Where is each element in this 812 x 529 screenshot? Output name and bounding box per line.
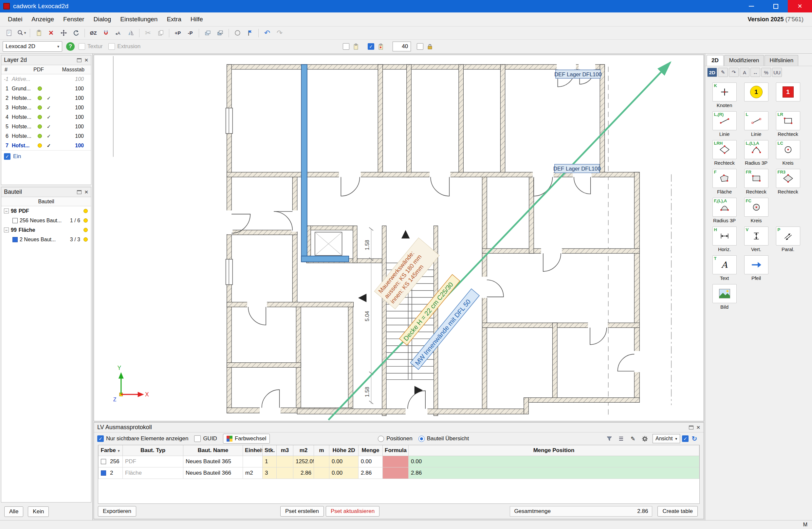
menu-anzeige[interactable]: Anzeige — [27, 14, 59, 25]
tool-rechteck-lr[interactable]: LR — [776, 111, 800, 130]
float-panel-icon[interactable] — [689, 426, 694, 429]
col-stk[interactable]: Stk. — [263, 445, 277, 456]
tool-pfeil[interactable] — [744, 255, 768, 274]
clipboard-button[interactable] — [33, 28, 45, 38]
align-text-button[interactable]: A — [112, 28, 124, 38]
layer-visibility-bulb-icon[interactable] — [38, 115, 42, 119]
redo-button[interactable]: ↷ — [274, 28, 286, 38]
tool-parallel-dim[interactable]: P — [776, 226, 800, 246]
layer-visibility-bulb-icon[interactable] — [38, 105, 42, 110]
option-checkbox-2[interactable]: ✓ — [368, 43, 374, 50]
tool-radius-3p-flaeche[interactable]: F,(L),A — [712, 198, 737, 217]
help-button[interactable]: ? — [66, 42, 75, 51]
tool-knoten[interactable]: K — [712, 83, 737, 102]
tree-item-pdf[interactable]: 256 Neues Baut... 1 / 6 — [1, 216, 91, 225]
ansicht-dropdown[interactable]: Ansicht ▾ — [653, 434, 680, 443]
alle-button[interactable]: Alle — [4, 506, 23, 517]
minimize-button[interactable] — [739, 0, 764, 12]
edit-protocol-button[interactable]: ✎ — [628, 434, 638, 443]
filter-caret-icon[interactable]: ▼ — [117, 449, 120, 453]
layer-pdf-check-icon[interactable]: ✓ — [44, 114, 54, 120]
layer-pdf-check-icon[interactable]: ✓ — [44, 105, 54, 111]
color-swatch[interactable] — [12, 218, 18, 223]
uu-button[interactable]: UU — [772, 68, 782, 77]
tool-linie-lr[interactable]: L,(R) — [712, 111, 737, 130]
minus-p-button[interactable]: -P — [184, 28, 196, 38]
kein-button[interactable]: Kein — [28, 506, 49, 517]
menu-hilfe[interactable]: Hilfe — [186, 14, 207, 25]
layer-visibility-bulb-icon[interactable] — [38, 86, 42, 91]
settings-button[interactable] — [639, 434, 650, 443]
formula-cell[interactable] — [383, 456, 409, 467]
layer-panel-titlebar[interactable]: Layer 2d ✕ — [1, 55, 91, 65]
magnet-snap-button[interactable] — [100, 28, 112, 38]
copy-to-layer-button[interactable] — [202, 28, 214, 38]
tool-kreis-fc[interactable]: FC — [744, 198, 768, 217]
layer-pdf-check-icon[interactable]: ✓ — [44, 143, 54, 149]
menu-fenster[interactable]: Fenster — [59, 14, 89, 25]
col-m3[interactable]: m3 — [277, 445, 293, 456]
color-swatch[interactable] — [101, 459, 106, 464]
col-baut-name[interactable]: Baut. Name — [183, 445, 243, 456]
def-lager-label[interactable]: DEF Lager DFL100 — [554, 70, 602, 78]
layer-visibility-bulb-icon[interactable] — [38, 134, 42, 138]
rotate-button[interactable] — [70, 28, 82, 38]
extrusion-checkbox[interactable] — [108, 43, 115, 50]
tool-rechteck-fr3[interactable]: FR3 — [776, 169, 800, 188]
measure-button[interactable]: ↔ — [751, 68, 760, 77]
guid-checkbox[interactable] — [194, 436, 201, 442]
option-checkbox-1[interactable] — [343, 43, 349, 50]
tool-node-number-yellow[interactable]: 1 — [744, 83, 768, 102]
col-hoehe-2d[interactable]: Höhe 2D — [329, 445, 359, 456]
tool-linie-l[interactable]: L — [744, 111, 768, 130]
copy-button[interactable] — [155, 28, 166, 38]
tree-group-flaeche[interactable]: – 99 Fläche — [1, 225, 91, 235]
tool-rechteck-fr[interactable]: FR — [744, 169, 768, 188]
menu-dialog[interactable]: Dialog — [89, 14, 116, 25]
workspace-select[interactable]: Lexocad 2D ▾ — [3, 41, 62, 52]
layer-visibility-bulb-icon[interactable] — [38, 143, 42, 148]
col-formula[interactable]: Formula — [383, 445, 409, 456]
text-style-button[interactable]: A — [740, 68, 750, 77]
tab-2d[interactable]: 2D — [707, 55, 724, 66]
sichtbare-checkbox[interactable]: ✓ — [97, 436, 104, 442]
float-panel-icon[interactable] — [77, 58, 82, 62]
layer-visibility-bulb-icon[interactable] — [38, 124, 42, 129]
protocol-button[interactable] — [350, 41, 361, 52]
close-button[interactable]: ✕ — [788, 0, 812, 12]
create-table-button[interactable]: Create table — [657, 506, 698, 517]
drawing-canvas[interactable]: 1.58 5.04 1.58 DEF Lager DFL100 DEF Lage… — [93, 55, 704, 421]
edit-style-button[interactable]: ✎ — [718, 68, 728, 77]
table-row[interactable]: 2 Fläche Neues Bauteil 366 m2 3 2.86 0.0… — [99, 467, 699, 479]
mode-2d-button[interactable]: 2D — [707, 68, 717, 77]
tree-collapse-icon[interactable]: – — [4, 208, 9, 214]
layer-row[interactable]: 3 Hofste... ✓ 100 — [1, 103, 91, 112]
tool-radius-3p-linie[interactable]: L,(L),A — [744, 140, 768, 159]
close-panel-icon[interactable]: ✕ — [696, 425, 700, 430]
layer-row[interactable]: 1 Grund... 100 — [1, 84, 91, 93]
layer-pdf-check-icon[interactable]: ✓ — [44, 124, 54, 130]
positionen-radio[interactable] — [378, 436, 384, 442]
tool-node-number-red[interactable]: 1 — [776, 83, 800, 102]
tree-item-flaeche[interactable]: 2 Neues Baut... 3 / 3 — [1, 235, 91, 244]
textur-checkbox[interactable] — [78, 43, 85, 50]
tool-vertical-dim[interactable]: V — [744, 226, 768, 246]
zero-z-button[interactable]: ØZ — [87, 28, 99, 38]
undo-button[interactable]: ↶ — [261, 28, 273, 38]
refresh-button[interactable]: ↻ — [689, 434, 700, 443]
flag-button[interactable] — [244, 28, 256, 38]
column-list-button[interactable] — [616, 434, 626, 443]
menu-datei[interactable]: Datei — [3, 14, 27, 25]
lock-checkbox[interactable] — [417, 43, 423, 50]
tool-rechteck-lrh[interactable]: LRH — [712, 140, 737, 159]
mirror-button[interactable] — [125, 28, 136, 38]
ein-checkbox[interactable]: ✓ — [4, 153, 11, 160]
layer-row[interactable]: -1 Aktive... 100 — [1, 74, 91, 84]
color-swatch[interactable] — [101, 470, 106, 476]
protocol-marked-button[interactable] — [375, 41, 386, 52]
bauteil-uebersicht-radio[interactable] — [418, 436, 425, 442]
circle-mode-button[interactable] — [231, 28, 243, 38]
layer-row[interactable]: 2 Hofste... ✓ 100 — [1, 93, 91, 103]
col-m2[interactable]: m2 — [293, 445, 314, 456]
col-baut-typ[interactable]: Baut. Typ — [123, 445, 183, 456]
